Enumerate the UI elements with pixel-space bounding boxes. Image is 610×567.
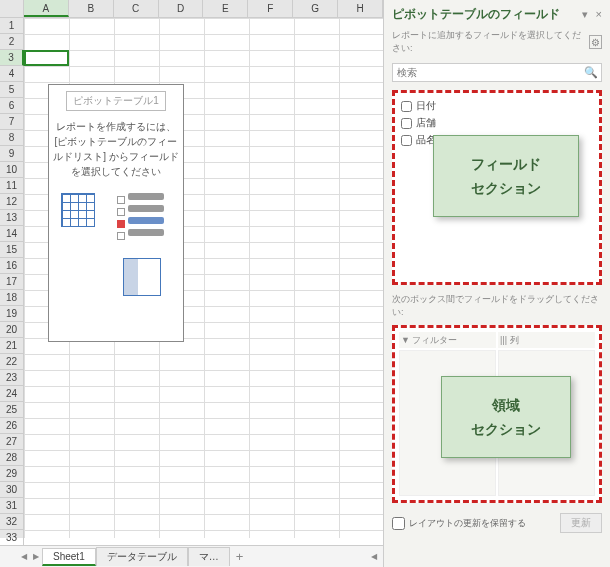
column-headers: ABCDEFGH — [0, 0, 383, 18]
cell-grid[interactable]: ピボットテーブル1 レポートを作成するには、[ピボットテーブルのフィールドリスト… — [24, 18, 383, 538]
pane-dropdown-icon[interactable]: ▾ — [582, 8, 588, 21]
callout-line2: セクション — [452, 176, 560, 200]
callout-line1: フィールド — [452, 152, 560, 176]
callout-area-section: 領域 セクション — [441, 376, 571, 458]
callout-field-section: フィールド セクション — [433, 135, 579, 217]
row-header-10[interactable]: 10 — [0, 162, 24, 178]
field-search[interactable]: 🔍 — [392, 63, 602, 82]
area-header-filter: ▼ フィルター — [399, 332, 496, 348]
sheet-tab-sheet1[interactable]: Sheet1 — [42, 548, 96, 566]
col-header-E[interactable]: E — [203, 0, 248, 17]
pivot-placeholder-title: ピボットテーブル1 — [66, 91, 166, 111]
row-header-2[interactable]: 2 — [0, 34, 24, 50]
close-icon[interactable]: × — [596, 8, 602, 21]
sheet-tab-bar: ◀ ▶ Sheet1 データテーブル マ… + ◀ — [0, 545, 383, 567]
row-header-6[interactable]: 6 — [0, 98, 24, 114]
pane-footer: レイアウトの更新を保留する 更新 — [384, 507, 610, 539]
fieldlist-icon — [113, 193, 168, 241]
row-header-9[interactable]: 9 — [0, 146, 24, 162]
row-header-22[interactable]: 22 — [0, 354, 24, 370]
select-all-corner[interactable] — [0, 0, 24, 17]
field-checkbox[interactable] — [401, 135, 412, 146]
col-header-B[interactable]: B — [69, 0, 114, 17]
row-header-30[interactable]: 30 — [0, 482, 24, 498]
row-header-28[interactable]: 28 — [0, 450, 24, 466]
row-header-33[interactable]: 33 — [0, 530, 24, 546]
pivot-grid-icon — [123, 258, 161, 296]
row-header-17[interactable]: 17 — [0, 274, 24, 290]
row-header-27[interactable]: 27 — [0, 434, 24, 450]
field-label: 店舗 — [416, 116, 436, 130]
defer-checkbox[interactable] — [392, 517, 405, 530]
row-header-8[interactable]: 8 — [0, 130, 24, 146]
row-header-16[interactable]: 16 — [0, 258, 24, 274]
pivot-placeholder: ピボットテーブル1 レポートを作成するには、[ピボットテーブルのフィールドリスト… — [48, 84, 184, 342]
row-header-23[interactable]: 23 — [0, 370, 24, 386]
row-header-18[interactable]: 18 — [0, 290, 24, 306]
col-header-A[interactable]: A — [24, 0, 69, 17]
row-header-29[interactable]: 29 — [0, 466, 24, 482]
row-header-26[interactable]: 26 — [0, 418, 24, 434]
drag-instruction: 次のボックス間でフィールドをドラッグしてください: — [384, 289, 610, 321]
field-item-store[interactable]: 店舗 — [401, 116, 593, 130]
callout-line2: セクション — [460, 417, 552, 441]
search-icon: 🔍 — [584, 66, 598, 79]
row-header-14[interactable]: 14 — [0, 226, 24, 242]
row-header-15[interactable]: 15 — [0, 242, 24, 258]
tab-scroll-left-icon[interactable]: ◀ — [371, 552, 377, 561]
col-header-C[interactable]: C — [114, 0, 159, 17]
field-label: 日付 — [416, 99, 436, 113]
col-header-H[interactable]: H — [338, 0, 383, 17]
row-header-4[interactable]: 4 — [0, 66, 24, 82]
gear-icon[interactable]: ⚙ — [589, 35, 602, 49]
row-header-25[interactable]: 25 — [0, 402, 24, 418]
row-header-20[interactable]: 20 — [0, 322, 24, 338]
sheet-tab-datatable[interactable]: データテーブル — [96, 547, 188, 566]
row-header-1[interactable]: 1 — [0, 18, 24, 34]
search-input[interactable] — [392, 63, 602, 82]
pivot-placeholder-text: レポートを作成するには、[ピボットテーブルのフィールドリスト] からフィールドを… — [53, 119, 179, 179]
row-header-11[interactable]: 11 — [0, 178, 24, 194]
row-header-32[interactable]: 32 — [0, 514, 24, 530]
defer-update-checkbox[interactable]: レイアウトの更新を保留する — [392, 517, 526, 530]
spreadsheet-area: ABCDEFGH 1234567891011121314151617181920… — [0, 0, 384, 567]
field-item-date[interactable]: 日付 — [401, 99, 593, 113]
table-icon — [61, 193, 95, 227]
row-header-31[interactable]: 31 — [0, 498, 24, 514]
col-header-G[interactable]: G — [293, 0, 338, 17]
area-section: ▼ フィルター ||| 列 領域 セクション — [392, 325, 602, 503]
active-cell[interactable] — [24, 50, 69, 66]
sheet-tab-ma[interactable]: マ… — [188, 547, 230, 566]
pivot-fields-pane: ピボットテーブルのフィールド ▾ × レポートに追加するフィールドを選択してくだ… — [384, 0, 610, 567]
pane-title: ピボットテーブルのフィールド — [392, 6, 560, 23]
col-header-D[interactable]: D — [159, 0, 204, 17]
tab-next-icon[interactable]: ▶ — [30, 552, 42, 561]
row-header-12[interactable]: 12 — [0, 194, 24, 210]
defer-label: レイアウトの更新を保留する — [409, 517, 526, 530]
add-sheet-button[interactable]: + — [230, 549, 250, 564]
callout-line1: 領域 — [460, 393, 552, 417]
row-header-3[interactable]: 3 — [0, 50, 24, 66]
row-header-24[interactable]: 24 — [0, 386, 24, 402]
area-header-columns: ||| 列 — [498, 332, 595, 348]
row-header-21[interactable]: 21 — [0, 338, 24, 354]
pivot-illustration — [53, 193, 179, 323]
col-header-F[interactable]: F — [248, 0, 293, 17]
row-header-13[interactable]: 13 — [0, 210, 24, 226]
field-section: 日付 店舗 品名 フィールド セクション — [392, 90, 602, 285]
update-button[interactable]: 更新 — [560, 513, 602, 533]
pane-subtitle: レポートに追加するフィールドを選択してください: — [392, 29, 589, 55]
row-header-19[interactable]: 19 — [0, 306, 24, 322]
row-headers: 1234567891011121314151617181920212223242… — [0, 18, 24, 538]
row-header-5[interactable]: 5 — [0, 82, 24, 98]
field-checkbox[interactable] — [401, 101, 412, 112]
row-header-7[interactable]: 7 — [0, 114, 24, 130]
tab-prev-icon[interactable]: ◀ — [18, 552, 30, 561]
field-checkbox[interactable] — [401, 118, 412, 129]
